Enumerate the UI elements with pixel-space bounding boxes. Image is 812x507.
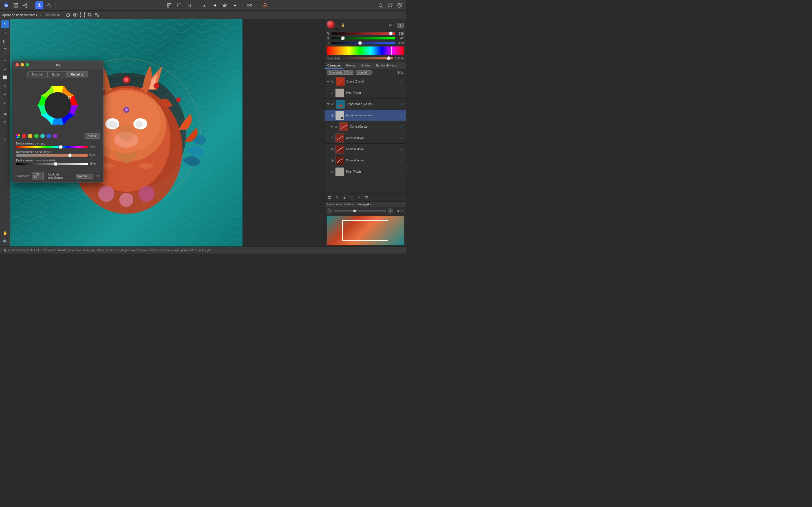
zoom-out-btn[interactable]: −	[327, 209, 332, 214]
window-close-btn[interactable]	[15, 63, 19, 66]
visibility-icon[interactable]	[334, 125, 338, 129]
lum-track[interactable]	[16, 163, 88, 165]
layer-options-icon[interactable]: ⚙	[397, 71, 400, 75]
pointer-tool-btn[interactable]: ↖	[1, 20, 9, 28]
layer-item[interactable]: Curva (Curva) ✓	[324, 121, 406, 132]
hsl-tab-redefinir[interactable]: Redefinir	[66, 71, 88, 77]
tab-effects[interactable]: Efeitos	[343, 62, 359, 69]
select-icon[interactable]	[175, 1, 183, 9]
visibility-icon[interactable]	[330, 91, 334, 95]
layer-check[interactable]: ✓	[400, 91, 404, 95]
brush-tool-btn[interactable]: 🖌	[1, 65, 9, 73]
visibility-icon[interactable]	[330, 170, 334, 174]
photo-persona-icon[interactable]	[35, 1, 43, 9]
window-minimize-btn[interactable]	[20, 63, 24, 66]
visibility-icon[interactable]	[330, 147, 334, 151]
hue-track[interactable]	[16, 146, 88, 148]
align-center-icon[interactable]: ◀	[211, 1, 218, 9]
preset-yellow[interactable]	[28, 134, 33, 138]
layer-item[interactable]: Curva (Curva) ✓	[324, 144, 406, 155]
fill-tool-btn[interactable]: ◉	[1, 110, 9, 118]
text-tool-btn[interactable]: T	[1, 118, 9, 126]
tab-layers[interactable]: Camadas	[324, 62, 343, 69]
ch-r-slider[interactable]	[331, 33, 395, 35]
tab-text-styles[interactable]: Estilos de texto	[373, 62, 400, 69]
zoom-slider[interactable]	[334, 210, 386, 212]
preset-violet[interactable]	[53, 134, 57, 138]
sync-icon[interactable]	[386, 1, 394, 9]
layer-item[interactable]: Curva (Curva) ✓	[324, 132, 406, 144]
crop-tool-btn[interactable]: ⊡	[1, 46, 9, 54]
navigator-preview[interactable]	[327, 216, 404, 245]
blend-mode-value[interactable]: Normal	[77, 174, 93, 179]
color-wheel[interactable]	[34, 81, 82, 129]
node-tool-btn[interactable]: ◇	[1, 29, 9, 37]
preset-blue[interactable]	[47, 134, 51, 138]
sat-thumb[interactable]	[68, 154, 72, 158]
ch-g-slider[interactable]	[331, 37, 395, 40]
expand-icon[interactable]	[327, 80, 330, 83]
expand-icon[interactable]	[330, 125, 334, 128]
layer-item-selected[interactable]: Ajuste de deslocame ✓	[324, 110, 406, 121]
eraser-tool-btn[interactable]: ⬜	[1, 73, 9, 81]
window-maximize-btn[interactable]	[26, 63, 29, 66]
paint-icon[interactable]	[261, 1, 269, 9]
share-icon[interactable]	[21, 1, 29, 9]
layer-check[interactable]: ✓	[400, 80, 404, 83]
zoom-in-btn[interactable]: +	[388, 209, 393, 214]
visibility-icon[interactable]	[330, 136, 334, 140]
opacity-value[interactable]: 100 %	[32, 172, 44, 180]
preset-rainbow[interactable]	[15, 134, 20, 138]
background-color[interactable]	[334, 26, 339, 31]
transform2-icon[interactable]	[80, 12, 86, 18]
preset-green[interactable]	[34, 134, 39, 138]
sat-track[interactable]	[16, 154, 88, 157]
hand-tool-btn[interactable]: ✋	[1, 229, 9, 237]
layer-check[interactable]: ✓	[400, 136, 404, 140]
hue-thumb[interactable]	[59, 145, 63, 149]
lum-thumb[interactable]	[54, 162, 57, 166]
ch-b-slider[interactable]	[331, 42, 395, 44]
expand-icon[interactable]	[327, 103, 330, 106]
layer-check[interactable]: ✓	[400, 102, 404, 106]
layer-mask-icon[interactable]	[349, 194, 354, 200]
clone-tool-btn[interactable]: ⊕	[1, 99, 9, 107]
ch-b-thumb[interactable]	[358, 41, 362, 45]
designer-persona-icon[interactable]	[45, 1, 53, 9]
ch-g-thumb[interactable]	[341, 36, 345, 40]
layer-effects-icon[interactable]: fx	[401, 71, 404, 75]
preview-icon[interactable]	[72, 12, 79, 18]
zoom-thumb[interactable]	[353, 210, 356, 212]
layers-opacity[interactable]: Opacidade: 100 %	[327, 70, 354, 75]
layer-add-icon[interactable]: +	[356, 194, 362, 200]
color-model-selector[interactable]: ▼	[397, 23, 404, 27]
layers-blend-mode[interactable]: Normal	[356, 70, 371, 75]
pen-tool-btn[interactable]: ✒	[1, 135, 9, 143]
pencil-tool-btn[interactable]: ✏	[1, 57, 9, 64]
distribute-icon[interactable]	[246, 1, 254, 9]
visibility-icon[interactable]	[330, 159, 334, 163]
nav-tab-history[interactable]: Histórico	[344, 203, 355, 206]
select-button[interactable]: Seletor	[85, 133, 100, 138]
opacity-slider[interactable]	[342, 57, 393, 59]
layer-check[interactable]: ✓	[400, 159, 404, 163]
layer-adjust-icon[interactable]: ◑	[342, 194, 347, 200]
preset-red[interactable]	[22, 134, 26, 138]
shape-tool-btn[interactable]: □	[1, 127, 9, 135]
visibility-icon[interactable]	[330, 114, 334, 117]
view-mode-icon[interactable]	[65, 12, 71, 18]
smudge-tool-btn[interactable]: ≋	[1, 91, 9, 98]
transform-tool-btn[interactable]: ▷	[1, 37, 9, 45]
layer-fx-icon[interactable]: fx	[334, 194, 340, 200]
layer-check[interactable]: ✓	[400, 114, 404, 117]
visibility-icon[interactable]	[331, 102, 335, 106]
hsl-tab-mesclar[interactable]: Mesclar	[28, 71, 48, 77]
settings-icon[interactable]	[396, 1, 404, 9]
layer-check[interactable]: ✓	[400, 170, 404, 174]
preset-cyan[interactable]	[40, 134, 45, 138]
foreground-color[interactable]	[327, 20, 335, 29]
layer-item[interactable]: Upper Mane (Grupo) ✓	[324, 99, 406, 110]
arrange-icon[interactable]	[165, 1, 173, 9]
nav-tab-navigator[interactable]: Navegador	[357, 203, 371, 206]
opacity-thumb[interactable]	[387, 56, 391, 60]
